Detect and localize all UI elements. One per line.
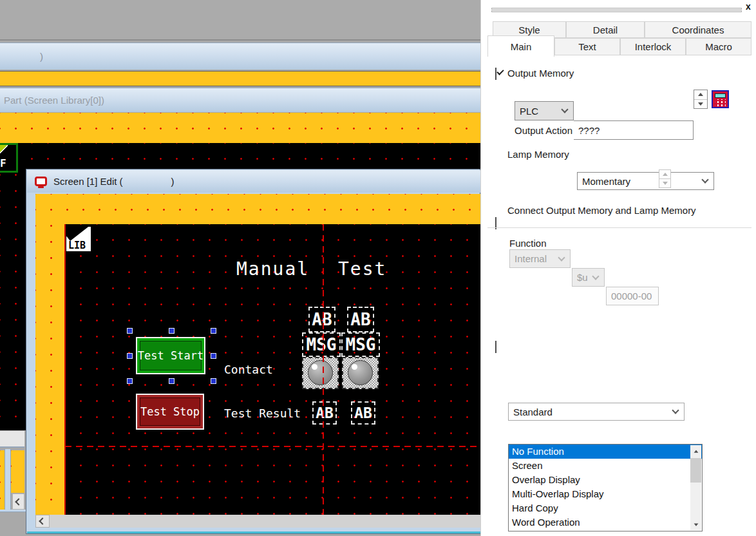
test-start-switch[interactable]: Test Start: [136, 337, 205, 374]
spin-up-icon: [663, 173, 668, 176]
spin-down-icon: [663, 182, 668, 185]
test-start-switch-selected[interactable]: Test Start: [127, 328, 216, 384]
tab-main[interactable]: Main: [487, 35, 554, 57]
background-window-title: ): [40, 51, 43, 62]
function-item-hard-copy[interactable]: Hard Copy: [509, 501, 702, 515]
vertical-center-guide: [323, 224, 324, 515]
panel-drag-gripper[interactable]: [491, 8, 742, 14]
selection-handle[interactable]: [169, 328, 175, 334]
function-item-word-operation[interactable]: Word Operation: [509, 515, 702, 530]
output-action-select[interactable]: Momentary: [577, 172, 714, 190]
tab-macro[interactable]: Macro: [686, 38, 751, 55]
function-item-screen[interactable]: Screen: [509, 459, 702, 473]
output-address-field[interactable]: ????: [574, 120, 694, 140]
horizontal-center-guide: [65, 446, 481, 447]
keypad-screen: [715, 93, 726, 98]
screen-window-hscrollbar[interactable]: [35, 515, 481, 528]
screen-window-titlebar[interactable]: Screen [1] Edit ( ): [27, 170, 480, 193]
screen-icon: [35, 177, 47, 186]
test-start-label: Test Start: [138, 349, 203, 362]
tab-detail[interactable]: Detail: [566, 21, 645, 38]
background-window-titlebar[interactable]: ): [0, 43, 480, 70]
chevron-down-icon: [701, 176, 708, 183]
library-switch-part[interactable]: F: [0, 143, 18, 173]
tab-interlock[interactable]: Interlock: [620, 38, 686, 55]
section-separator: [487, 227, 751, 228]
spin-up-icon: [698, 93, 703, 96]
message-part-msg-2[interactable]: MSG: [341, 332, 380, 357]
output-memory-checkbox[interactable]: [495, 68, 496, 80]
message-part-ab-1[interactable]: AB: [308, 307, 335, 332]
lamp-type-select[interactable]: $u: [572, 268, 605, 287]
chevron-down-icon: [561, 106, 568, 113]
hscroll-left-button[interactable]: [35, 515, 50, 528]
output-address-spinner[interactable]: [694, 90, 708, 109]
lamp-part-2[interactable]: [342, 357, 379, 389]
part-window-margin: [0, 113, 480, 143]
function-item-overlap-display[interactable]: Overlap Display: [509, 473, 702, 487]
test-stop-switch[interactable]: Test Stop: [136, 394, 204, 430]
screen-library-badge[interactable]: S LIB: [66, 227, 91, 251]
message-part-msg-1[interactable]: MSG: [302, 332, 341, 357]
part-window-titlebar[interactable]: Part (Screen Library[0]): [0, 88, 480, 112]
address-keypad-button[interactable]: [712, 90, 729, 108]
panel-close-button[interactable]: x: [742, 0, 754, 13]
result-part-ab-2[interactable]: AB: [351, 401, 375, 425]
lamp-address-field[interactable]: 00000-00: [606, 287, 659, 305]
screen-window-bottom-accent: [27, 531, 480, 533]
output-memory-label: Output Memory: [507, 68, 574, 79]
chevron-down-icon: [592, 273, 599, 280]
result-part-ab-1[interactable]: AB: [312, 401, 337, 425]
selection-handle[interactable]: [211, 378, 216, 384]
part-window-title: Part (Screen Library[0]): [4, 95, 104, 106]
chevron-down-icon: [672, 407, 679, 414]
scroll-left-icon: [39, 517, 46, 524]
scroll-left-icon: [15, 498, 22, 505]
tab-coordinates[interactable]: Coordinates: [645, 21, 751, 38]
lamp-address-spinner[interactable]: [659, 169, 671, 188]
small-window-border: [5, 449, 11, 512]
small-window-bottom-edge: [0, 510, 26, 512]
screen-edit-window: Screen [1] Edit ( ) S LIB Manual Test AB…: [26, 169, 480, 534]
function-list-scrollbar[interactable]: [690, 445, 701, 530]
test-result-label[interactable]: Test Result: [224, 407, 301, 420]
main-toolbar: [0, 0, 480, 41]
tab-text[interactable]: Text: [554, 38, 620, 55]
connect-memory-label: Connect Output Memory and Lamp Memory: [507, 205, 696, 216]
contact-label[interactable]: Contact: [224, 363, 273, 376]
small-window-scroll-left-button[interactable]: [12, 493, 24, 510]
selection-handle[interactable]: [127, 328, 133, 334]
library-part-label: F: [0, 157, 6, 169]
function-type-select[interactable]: Standard: [508, 403, 685, 421]
function-item-no-function[interactable]: No Function: [509, 445, 702, 459]
origin-guide-line: [64, 224, 66, 515]
screen-edit-canvas[interactable]: S LIB Manual Test AB AB MSG MSG: [35, 194, 481, 515]
output-action-label: Output Action: [515, 125, 572, 136]
chevron-down-icon: [558, 254, 565, 261]
function-listbox[interactable]: No Function Screen Overlap Display Multi…: [508, 444, 703, 531]
selection-handle[interactable]: [127, 353, 133, 359]
function-item-multi-overlap-display[interactable]: Multi-Overlap Display: [509, 487, 702, 501]
function-label: Function: [509, 238, 547, 249]
lamp-device-select[interactable]: Internal: [509, 249, 571, 268]
selection-handle[interactable]: [127, 378, 133, 384]
function-list-scroll-thumb[interactable]: [690, 458, 701, 483]
output-device-select[interactable]: PLC: [515, 101, 574, 120]
library-part-corner-icon: [0, 145, 8, 155]
lamp-memory-label: Lamp Memory: [507, 149, 569, 160]
small-window-content: [11, 450, 24, 493]
selection-handle[interactable]: [211, 353, 216, 359]
scroll-up-icon: [694, 450, 698, 452]
message-part-ab-2[interactable]: AB: [347, 307, 374, 332]
test-stop-label: Test Stop: [140, 405, 200, 418]
desktop-background-corner: [0, 513, 26, 536]
selection-handle[interactable]: [211, 328, 216, 334]
screen-title-text[interactable]: Manual Test: [236, 258, 386, 280]
spin-down-icon: [698, 102, 703, 106]
part-window-scrollbar[interactable]: [0, 430, 24, 448]
connect-memory-checkbox[interactable]: [495, 341, 496, 353]
selection-handle[interactable]: [169, 378, 175, 384]
lamp-part-1[interactable]: [302, 357, 339, 389]
slib-top-label: S: [68, 227, 75, 238]
screen-window-title: Screen [1] Edit ( ): [53, 176, 175, 187]
